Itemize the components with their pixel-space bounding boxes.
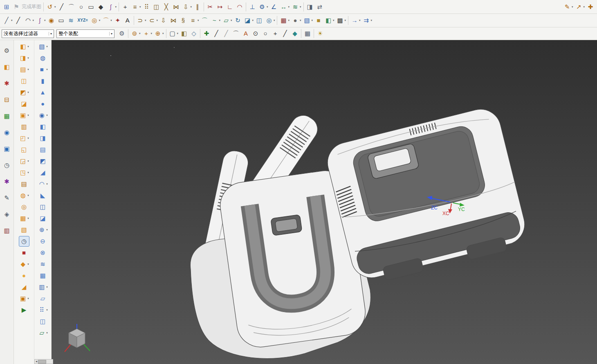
settings-gear-icon[interactable]: ⚙ <box>2 46 12 55</box>
shell-icon[interactable]: ◩ <box>38 156 48 166</box>
move-component-icon[interactable]: ◪ <box>19 99 29 109</box>
variant-config-icon[interactable]: ◆▾ <box>18 259 30 269</box>
dropdown-arrow-icon[interactable]: ▾ <box>46 308 48 312</box>
revolve-icon[interactable]: ◍ <box>38 53 48 63</box>
intersection-point-icon[interactable]: ╳ <box>162 2 171 12</box>
dropdown-arrow-icon[interactable]: ▾ <box>177 32 179 35</box>
offset-toggle-icon[interactable]: ⊕▾ <box>153 28 165 39</box>
dropdown-arrow-icon[interactable]: ▾ <box>371 19 373 22</box>
offset-surface-icon[interactable]: ▱ <box>38 294 48 303</box>
auto-snap-icon[interactable]: A <box>241 28 251 39</box>
dropdown-arrow-icon[interactable]: ▾ <box>139 32 141 35</box>
show-constraints-icon[interactable]: ▥ <box>19 122 29 132</box>
point-icon[interactable]: + <box>120 2 130 12</box>
chamfer-icon[interactable]: ◣ <box>38 191 48 200</box>
dropdown-arrow-icon[interactable]: ▾ <box>27 91 29 94</box>
point-on-curve-icon[interactable]: ⌒ <box>231 28 241 39</box>
dropdown-arrow-icon[interactable]: ▾ <box>27 171 29 174</box>
dropdown-arrow-icon[interactable]: ▾ <box>572 5 573 9</box>
project-curve-icon[interactable]: ⇩ <box>159 15 168 26</box>
cylinder-icon[interactable]: ▮ <box>38 76 48 86</box>
dropdown-arrow-icon[interactable]: ▾ <box>46 114 48 117</box>
derived-lines-icon[interactable]: ∥ <box>193 2 202 12</box>
arc-circle-icon[interactable]: ◠▾ <box>23 15 35 26</box>
point-constructor-icon[interactable]: +▾ <box>141 28 153 39</box>
text-icon[interactable]: A <box>123 15 132 26</box>
suppress-component-icon[interactable]: ◩▾ <box>18 88 30 97</box>
dropdown-arrow-icon[interactable]: ▾ <box>288 5 290 9</box>
datum-plane-icon[interactable]: ▱▾ <box>37 328 49 338</box>
dropdown-arrow-icon[interactable]: ▾ <box>46 68 48 71</box>
snap-point-icon[interactable]: ✚ <box>202 28 211 39</box>
combined-projection-icon[interactable]: ◫ <box>254 15 264 26</box>
dropdown-arrow-icon[interactable]: ▾ <box>44 19 46 22</box>
dropdown-arrow-icon[interactable]: ▾ <box>27 114 29 117</box>
weight-management-icon[interactable]: ▣▾ <box>18 294 30 303</box>
add-component-icon[interactable]: ◧▾ <box>18 42 30 52</box>
datum-plane-icon[interactable]: ▱▾ <box>221 15 233 26</box>
rapid-dimension-icon[interactable]: ↔▾ <box>279 2 291 12</box>
mid-point-icon[interactable]: ╱ <box>221 28 231 39</box>
edge-blend-icon[interactable]: ◠▾ <box>37 179 49 189</box>
unite-icon[interactable]: ⊕▾ <box>37 225 49 235</box>
dropdown-arrow-icon[interactable]: ▾ <box>115 5 117 9</box>
block-icon[interactable]: ■ <box>314 15 323 26</box>
offset-region-icon[interactable]: ⊃▾ <box>135 15 147 26</box>
rectangle-select-icon[interactable]: ▢▾ <box>168 28 180 39</box>
view-orientation-triad[interactable] <box>65 324 90 352</box>
blend-region-icon[interactable]: ⊂▾ <box>147 15 159 26</box>
assembly-cut-icon[interactable]: ◢ <box>19 282 29 292</box>
dropdown-arrow-icon[interactable]: ▾ <box>583 5 585 9</box>
patch-icon[interactable]: ▦ <box>38 271 48 281</box>
auto-dimension-icon[interactable]: ≋▾ <box>290 2 302 12</box>
quick-extend-icon[interactable]: ↦ <box>215 2 225 12</box>
display-constraints-icon[interactable]: ∠ <box>269 2 279 12</box>
dropdown-arrow-icon[interactable]: ▾ <box>191 5 192 9</box>
wireframe-cube-icon[interactable]: ◇ <box>189 28 199 39</box>
viewport[interactable]: ZC XC YC <box>52 40 597 364</box>
dropdown-arrow-icon[interactable]: ▾ <box>27 263 29 266</box>
component-pattern-icon[interactable]: ▤▾ <box>18 65 30 74</box>
update-model-icon[interactable]: ✚ <box>586 2 595 12</box>
product-interface-icon[interactable]: ● <box>19 271 29 281</box>
dropdown-arrow-icon[interactable]: ▾ <box>359 19 361 22</box>
extrude-icon[interactable]: ▧▾ <box>37 42 49 52</box>
wrap-curve-icon[interactable]: ◎▾ <box>264 15 276 26</box>
dropdown-arrow-icon[interactable]: ▾ <box>27 45 29 48</box>
spline-icon[interactable]: ∫▾ <box>35 15 47 26</box>
extrude-icon[interactable]: ▧▾ <box>302 15 314 26</box>
snap-menu-icon[interactable]: ⊚▾ <box>130 28 141 39</box>
dropdown-arrow-icon[interactable]: ▾ <box>27 297 29 300</box>
dropdown-arrow-icon[interactable]: ▾ <box>156 19 158 22</box>
history-icon[interactable]: ◷ <box>2 161 12 170</box>
point-xyz-icon[interactable]: XYZ= <box>76 15 90 26</box>
dropdown-arrow-icon[interactable]: ▾ <box>252 19 254 22</box>
dropdown-arrow-icon[interactable]: ▾ <box>46 285 48 289</box>
helix-icon[interactable]: ◎▾ <box>90 15 101 26</box>
intersection-curve-icon[interactable]: ⋈ <box>171 2 181 12</box>
coil-icon[interactable]: ≋ <box>66 15 76 26</box>
history-mode-icon[interactable]: ◷ <box>19 236 29 246</box>
arrangements-icon[interactable]: ◱ <box>19 145 29 155</box>
dropdown-arrow-icon[interactable]: ▾ <box>54 5 56 9</box>
selection-filter-dropdown[interactable]: 没有选择过滤器 ▾ <box>2 29 54 38</box>
constraint-navigator-icon[interactable]: ✱ <box>2 79 12 88</box>
dropdown-arrow-icon[interactable]: ▾ <box>345 19 346 22</box>
dropdown-arrow-icon[interactable]: ▾ <box>11 19 13 22</box>
sphere-icon[interactable]: ●▾ <box>290 15 302 26</box>
dropdown-arrow-icon[interactable]: ▾ <box>151 32 153 35</box>
law-curve-icon[interactable]: ~▾ <box>209 15 221 26</box>
sequence-icon[interactable]: ◲▾ <box>18 156 30 166</box>
make-corner-icon[interactable]: ∟ <box>225 2 235 12</box>
split-body-icon[interactable]: ◪ <box>38 213 48 223</box>
auto-constrain-icon[interactable]: ⚙▾ <box>257 2 269 12</box>
convert-reference-icon[interactable]: ◨ <box>305 2 315 12</box>
dropdown-arrow-icon[interactable]: ▾ <box>46 182 48 186</box>
sew-icon[interactable]: ≋ <box>38 259 48 269</box>
dropdown-arrow-icon[interactable]: ▾ <box>27 194 29 197</box>
circle-icon[interactable]: ○ <box>76 2 86 12</box>
dropdown-arrow-icon[interactable]: ▾ <box>145 19 146 22</box>
toolbar-scrollbar[interactable]: ◂ <box>34 359 53 364</box>
wave-linker-icon[interactable]: ◰▾ <box>18 133 30 143</box>
profile-icon[interactable]: ↺▾ <box>45 2 57 12</box>
